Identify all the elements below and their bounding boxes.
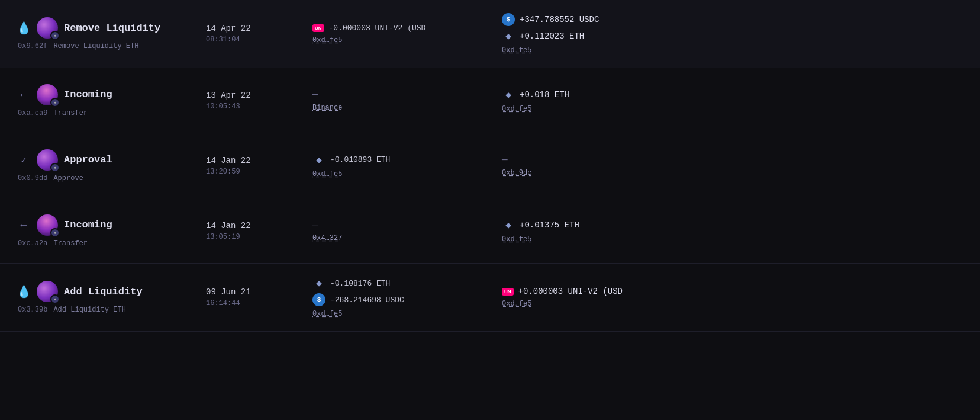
tx-sent-dash: —	[312, 89, 502, 100]
eth-icon: ◆	[312, 153, 325, 166]
avatar: ●	[37, 214, 58, 236]
tx-type-header: ← ● Incoming	[17, 84, 206, 105]
tx-type-col: ← ● Incoming 0xc…a2a Transfer	[17, 214, 206, 248]
tx-to-col: $ +347.788552 USDC ◆ +0.112023 ETH 0xd…f…	[502, 13, 963, 54]
tx-hash: 0x9…62f	[18, 42, 47, 50]
transactions-list: 💧 ● Remove Liquidity 0x9…62f Remove Liqu…	[0, 0, 980, 332]
tx-type-header: 💧 ● Add Liquidity	[17, 281, 206, 302]
tx-type-col: ✓ ● Approval 0x0…9dd Approve	[17, 149, 206, 182]
tx-received-address[interactable]: 0xd…fe5	[502, 235, 963, 243]
avatar: ●	[37, 84, 58, 105]
tx-sent-amount: -0.010893 ETH	[330, 155, 390, 164]
table-row: 💧 ● Remove Liquidity 0x9…62f Remove Liqu…	[0, 0, 980, 68]
tx-hash-subtype: 0xa…ea9 Transfer	[17, 109, 206, 117]
usdc-icon: $	[312, 293, 325, 306]
avatar-badge: ●	[50, 163, 60, 172]
table-row: 💧 ● Add Liquidity 0x3…39b Add Liquidity …	[0, 264, 980, 332]
tx-received-amount: +0.000003 UNI-V2 (USD	[518, 287, 623, 296]
tx-received-row: ◆ +0.01375 ETH	[502, 219, 963, 232]
avatar: ●	[37, 149, 58, 171]
tx-type-name: Incoming	[64, 219, 112, 230]
tx-date: 14 Jan 22	[206, 156, 312, 165]
avatar-badge: ●	[50, 98, 60, 107]
tx-sent-address[interactable]: 0xd…fe5	[312, 36, 502, 44]
tx-sent-address[interactable]: 0xd…fe5	[312, 310, 502, 318]
tx-time: 13:20:59	[206, 168, 312, 176]
tx-amount-row: ◆ -0.010893 ETH	[312, 153, 502, 166]
tx-from-col: UN -0.000003 UNI-V2 (USD 0xd…fe5	[312, 24, 502, 44]
tx-type-name: Approval	[64, 154, 112, 165]
tx-from-col: — 0x4…327	[312, 220, 502, 242]
tx-received-row-1: ◆ +0.018 ETH	[502, 88, 963, 101]
arrow-left-icon: ←	[17, 219, 31, 231]
tx-from-col: ◆ -0.108176 ETH $ -268.214698 USDC 0xd…f…	[312, 277, 502, 318]
avatar: ●	[37, 17, 58, 39]
tx-type-header: ← ● Incoming	[17, 214, 206, 236]
tx-received-amount: +0.01375 ETH	[520, 220, 579, 230]
eth-icon: ◆	[502, 219, 515, 232]
tx-time: 08:31:04	[206, 36, 312, 44]
tx-received-address[interactable]: 0xd…fe5	[502, 46, 963, 54]
tx-received-address[interactable]: 0xb…9dc	[502, 169, 963, 177]
tx-type-header: 💧 ● Remove Liquidity	[17, 17, 206, 39]
tx-subtype: Transfer	[53, 109, 88, 117]
tx-type-col: ← ● Incoming 0xa…ea9 Transfer	[17, 84, 206, 117]
tx-to-col: ◆ +0.01375 ETH 0xd…fe5	[502, 219, 963, 243]
eth-icon: ◆	[502, 88, 515, 101]
tx-sent-row-2: $ -268.214698 USDC	[312, 293, 502, 306]
tx-sent-row-1: ◆ -0.108176 ETH	[312, 277, 502, 290]
usdc-icon: $	[502, 13, 515, 26]
tx-hash-subtype: 0x3…39b Add Liquidity ETH	[17, 306, 206, 314]
tx-sent-dash: —	[312, 220, 502, 230]
avatar-badge: ●	[50, 31, 60, 40]
tx-time: 13:05:19	[206, 233, 312, 241]
tx-type-name: Add Liquidity	[64, 286, 143, 297]
tx-amount-row: UN -0.000003 UNI-V2 (USD	[312, 24, 502, 33]
tx-sent-address[interactable]: 0x4…327	[312, 234, 502, 242]
tx-received-amount: +0.018 ETH	[520, 90, 569, 100]
tx-date: 14 Apr 22	[206, 24, 312, 33]
tx-sent-address[interactable]: 0xd…fe5	[312, 170, 502, 178]
tx-subtype: Approve	[53, 174, 83, 182]
avatar-badge: ●	[50, 294, 60, 304]
tx-type-col: 💧 ● Add Liquidity 0x3…39b Add Liquidity …	[17, 281, 206, 314]
tx-sent-amount-2: -268.214698 USDC	[330, 296, 404, 304]
tx-hash: 0xa…ea9	[18, 109, 47, 117]
arrow-left-icon: ←	[17, 89, 31, 101]
tx-date-col: 09 Jun 21 16:14:44	[206, 287, 312, 307]
uni-badge: UN	[502, 288, 514, 296]
tx-date: 13 Apr 22	[206, 91, 312, 100]
droplet-icon: 💧	[17, 284, 31, 299]
tx-time: 16:14:44	[206, 299, 312, 307]
tx-received-dash: —	[502, 155, 963, 165]
tx-to-col: — 0xb…9dc	[502, 155, 963, 177]
tx-received-amount-2: +0.112023 ETH	[520, 31, 584, 41]
tx-time: 10:05:43	[206, 102, 312, 111]
tx-received-row-1: $ +347.788552 USDC	[502, 13, 963, 26]
table-row: ← ● Incoming 0xa…ea9 Transfer 13 Apr 22 …	[0, 68, 980, 133]
tx-from-col: — Binance	[312, 89, 502, 112]
tx-subtype: Add Liquidity ETH	[53, 306, 125, 314]
uni-badge: UN	[312, 24, 324, 32]
tx-date-col: 14 Apr 22 08:31:04	[206, 24, 312, 44]
tx-date-col: 14 Jan 22 13:20:59	[206, 156, 312, 176]
tx-hash-subtype: 0xc…a2a Transfer	[17, 239, 206, 248]
tx-from-col: ◆ -0.010893 ETH 0xd…fe5	[312, 153, 502, 178]
tx-type-name: Remove Liquidity	[64, 23, 160, 34]
tx-date-col: 13 Apr 22 10:05:43	[206, 91, 312, 111]
tx-subtype: Transfer	[53, 239, 88, 248]
tx-received-address[interactable]: 0xd…fe5	[502, 300, 963, 308]
tx-hash-subtype: 0x0…9dd Approve	[17, 174, 206, 182]
tx-sent-address-binance[interactable]: Binance	[312, 104, 502, 112]
tx-subtype: Remove Liquidity ETH	[53, 42, 138, 50]
tx-hash: 0x0…9dd	[18, 174, 47, 182]
tx-date: 14 Jan 22	[206, 221, 312, 230]
tx-sent-amount-1: -0.108176 ETH	[330, 279, 390, 288]
table-row: ✓ ● Approval 0x0…9dd Approve 14 Jan 22 1…	[0, 133, 980, 198]
avatar: ●	[37, 281, 58, 302]
tx-received-row: UN +0.000003 UNI-V2 (USD	[502, 287, 963, 296]
tx-type-name: Incoming	[64, 89, 112, 100]
tx-received-address[interactable]: 0xd…fe5	[502, 105, 963, 113]
eth-icon: ◆	[312, 277, 325, 290]
tx-hash: 0x3…39b	[18, 306, 47, 314]
